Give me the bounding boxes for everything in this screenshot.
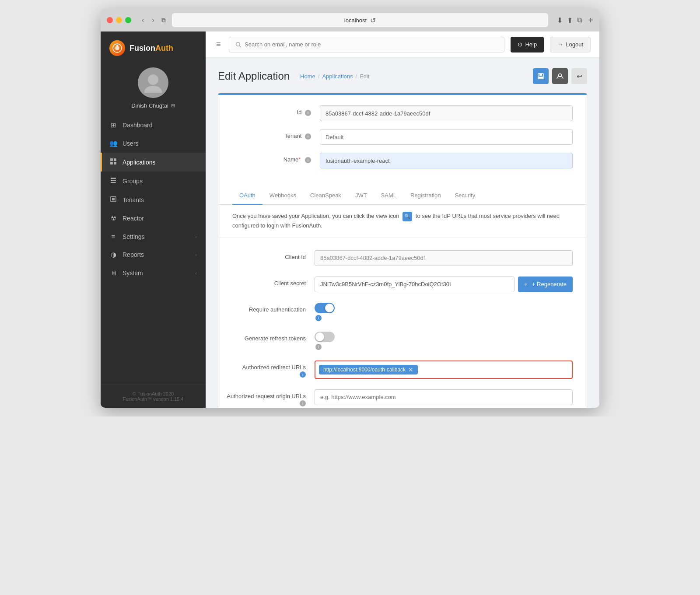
user-avatar-section: Dinish Chugtai ⊞ (101, 63, 206, 116)
require-auth-toggle[interactable] (315, 303, 335, 313)
sidebar-label-settings: Settings (122, 233, 190, 240)
authorized-redirect-row: Authorized redirect URLs i http://localh… (218, 357, 587, 382)
back-button[interactable]: ‹ (139, 14, 147, 26)
sidebar-item-users[interactable]: 👥 Users (101, 134, 206, 153)
id-info-icon[interactable]: i (305, 110, 311, 116)
svg-point-4 (144, 86, 162, 93)
redirect-url-remove[interactable]: ✕ (408, 366, 413, 373)
back-button[interactable]: ↩ (571, 68, 587, 84)
sidebar-item-tenants[interactable]: Tenants (101, 190, 206, 209)
tab-overview-button[interactable]: ⧉ (160, 14, 168, 26)
logo-prefix: Fusion (130, 44, 155, 52)
tenant-label: Tenant i (232, 129, 320, 140)
save-button[interactable] (533, 68, 549, 84)
tenant-info-icon[interactable]: i (305, 133, 311, 140)
browser-actions: ⬇ ⬆ ⧉ (557, 16, 582, 24)
sidebar-item-reports[interactable]: ◑ Reports ‹ (101, 245, 206, 264)
breadcrumb-applications[interactable]: Applications (322, 73, 353, 80)
page-title-area: Edit Application Home / Applications / E… (218, 70, 370, 82)
client-id-row: Client Id (218, 247, 587, 270)
regenerate-button[interactable]: + + Regenerate (518, 276, 573, 292)
client-id-label: Client Id (218, 250, 315, 260)
page-actions: ↩ (533, 68, 587, 84)
authorized-redirect-info-icon[interactable]: i (300, 371, 306, 378)
back-icon: ↩ (577, 72, 582, 80)
minimize-dot[interactable] (116, 17, 122, 23)
authorized-redirect-input[interactable]: http://localhost:9000/oauth-callback ✕ (315, 360, 573, 379)
reload-button[interactable]: ↺ (370, 16, 376, 24)
breadcrumb-home[interactable]: Home (300, 73, 315, 80)
sidebar-item-reactor[interactable]: ☢ Reactor (101, 209, 206, 228)
user-button[interactable] (552, 68, 568, 84)
avatar (138, 67, 168, 98)
require-auth-control-wrap: i (315, 303, 573, 321)
svg-rect-17 (539, 74, 542, 76)
id-input[interactable] (320, 105, 573, 121)
url-bar[interactable]: localhost ↺ (172, 13, 549, 27)
client-secret-input[interactable] (315, 276, 514, 292)
client-id-input[interactable] (315, 250, 573, 266)
sidebar-item-settings[interactable]: ≡ Settings ‹ (101, 228, 206, 245)
logo-text: FusionAuth (130, 44, 173, 53)
logo-suffix: Auth (155, 44, 173, 52)
tab-cleanspeak[interactable]: CleanSpeak (303, 187, 348, 205)
help-button[interactable]: ⊙ Help (511, 37, 544, 52)
client-secret-label: Client secret (218, 276, 315, 287)
sidebar-item-groups[interactable]: Groups (101, 172, 206, 190)
browser-titlebar: ‹ › ⧉ localhost ↺ ⬇ ⬆ ⧉ + (101, 9, 599, 32)
sidebar-label-tenants: Tenants (122, 196, 197, 203)
require-auth-row: Require authentication i (218, 299, 587, 325)
close-dot[interactable] (107, 17, 113, 23)
sidebar: FusionAuth Dinish Chugtai ⊞ ⊞ (101, 32, 206, 408)
sidebar-item-applications[interactable]: Applications (101, 153, 206, 172)
name-label: Name* i (232, 153, 320, 163)
sidebar-item-system[interactable]: 🖥 System ‹ (101, 264, 206, 282)
add-tab-button[interactable]: + (588, 15, 593, 25)
save-icon (537, 73, 544, 80)
redirect-url-field-input[interactable] (420, 366, 568, 373)
tab-bar: OAuth Webhooks CleanSpeak JWT SAML Regis… (218, 187, 587, 205)
system-icon: 🖥 (109, 269, 117, 276)
authorized-request-info-icon[interactable]: i (300, 400, 306, 406)
logout-button[interactable]: → Logout (550, 37, 591, 52)
refresh-tokens-toggle[interactable] (315, 332, 335, 342)
search-input[interactable] (245, 41, 498, 48)
browser-dots (107, 17, 131, 23)
name-info-icon[interactable]: i (305, 157, 311, 163)
view-idp-icon[interactable]: 🔍 (402, 212, 412, 221)
svg-rect-7 (110, 162, 113, 164)
client-id-control-wrap (315, 250, 573, 266)
settings-icon: ≡ (109, 233, 117, 240)
sidebar-item-dashboard[interactable]: ⊞ Dashboard (101, 116, 206, 134)
svg-point-2 (116, 45, 118, 46)
sidebar-label-dashboard: Dashboard (122, 122, 197, 129)
search-bar[interactable] (229, 37, 505, 52)
user-settings-icon[interactable]: ⊞ (171, 103, 175, 108)
share-button[interactable]: ⬆ (567, 16, 573, 24)
tab-registration[interactable]: Registration (403, 187, 448, 205)
download-button[interactable]: ⬇ (557, 16, 563, 24)
id-field-row: Id i (232, 105, 573, 121)
name-input[interactable] (320, 153, 573, 168)
basic-form-section: Id i Tenant i Name* (218, 95, 587, 187)
tab-webhooks[interactable]: Webhooks (262, 187, 303, 205)
page-title: Edit Application (218, 70, 290, 82)
tab-oauth[interactable]: OAuth (232, 187, 262, 205)
svg-rect-8 (114, 162, 116, 164)
refresh-tokens-info-icon[interactable]: i (315, 344, 322, 350)
settings-arrow: ‹ (195, 234, 197, 239)
authorized-request-control-wrap (315, 389, 573, 405)
tenant-input[interactable] (320, 129, 573, 145)
svg-rect-9 (111, 178, 116, 179)
forward-button[interactable]: › (149, 14, 157, 26)
tab-jwt[interactable]: JWT (348, 187, 374, 205)
topbar: ≡ ⊙ Help → Logout (206, 32, 599, 58)
fullscreen-dot[interactable] (125, 17, 131, 23)
tab-split-button[interactable]: ⧉ (577, 16, 582, 24)
authorized-request-input[interactable] (315, 389, 573, 405)
main-area: ≡ ⊙ Help → Logout (206, 32, 599, 408)
tab-security[interactable]: Security (448, 187, 482, 205)
require-auth-info-icon[interactable]: i (315, 315, 322, 321)
tab-saml[interactable]: SAML (374, 187, 403, 205)
topbar-menu-button[interactable]: ≡ (214, 38, 223, 51)
